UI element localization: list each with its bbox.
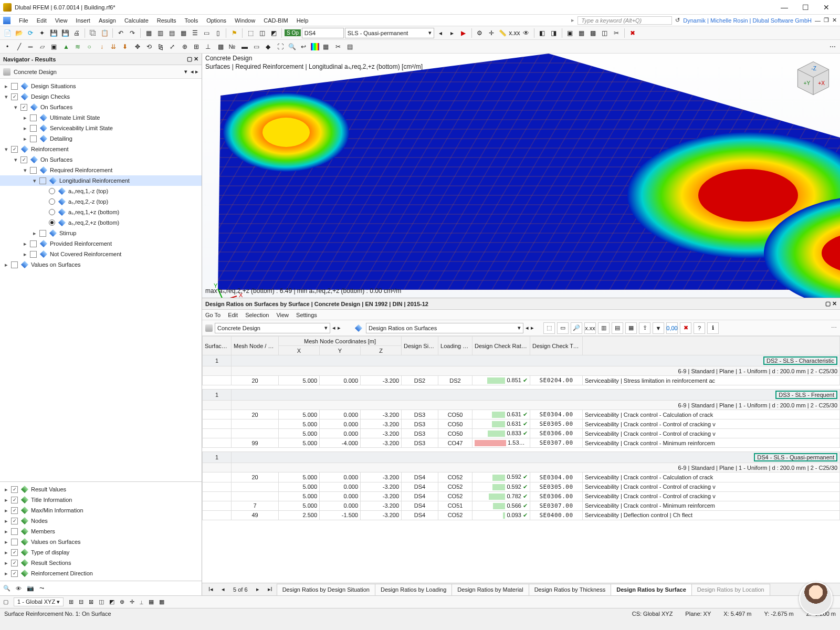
solid-icon[interactable]: ▣ xyxy=(48,41,59,52)
tree-item[interactable]: ▾On Surfaces xyxy=(0,102,202,112)
table-row[interactable]: 5.0000.000-3.200DS3CO50 0.631 ✔SE0305.00… xyxy=(203,419,840,429)
table3-icon[interactable]: ▤ xyxy=(166,28,177,38)
zoom-prev-icon[interactable]: ↩ xyxy=(298,41,309,52)
wp4-icon[interactable]: ◫ xyxy=(99,598,104,605)
nav-option[interactable]: ▸Max/Min Information xyxy=(0,505,202,516)
panel-pin-icon[interactable]: ▢ ✕ xyxy=(825,300,837,307)
nav-option[interactable]: ▸Result Values xyxy=(0,484,202,495)
page-next-icon[interactable]: ▸ xyxy=(252,586,264,593)
menu-calculate[interactable]: Calculate xyxy=(120,16,153,25)
pin-icon[interactable]: ▢ ✕ xyxy=(187,56,198,62)
unit-icon[interactable]: 0,00 xyxy=(666,322,678,334)
iso-icon[interactable]: ◧ xyxy=(537,28,548,38)
menu-file[interactable]: File xyxy=(15,16,33,25)
tree-item[interactable]: ▾On Surfaces xyxy=(0,154,202,165)
navigator-tree[interactable]: ▸Design Situations▾Design Checks▾On Surf… xyxy=(0,79,202,481)
find-icon[interactable]: 🔍 xyxy=(3,585,10,592)
clip2-icon[interactable]: ▤ xyxy=(344,41,355,52)
wp9-icon[interactable]: ▦ xyxy=(149,598,154,605)
ruler-icon[interactable]: 📏 xyxy=(498,28,508,38)
account-link[interactable]: Dynamik | Michelle Rosin | Dlubal Softwa… xyxy=(683,17,812,24)
info-icon[interactable]: ℹ xyxy=(707,322,719,334)
panel-menu-settings[interactable]: Settings xyxy=(296,312,317,318)
clear-icon[interactable]: ✖ xyxy=(680,322,691,334)
page-last-icon[interactable]: ▸I xyxy=(264,586,277,593)
dim-icon[interactable]: x.xx xyxy=(509,28,520,38)
wp5-icon[interactable]: ◩ xyxy=(109,598,114,605)
res3-icon[interactable]: ◆ xyxy=(262,41,273,52)
axis-icon[interactable]: ✛ xyxy=(486,28,497,38)
redo-icon[interactable]: ↷ xyxy=(127,28,138,38)
member-icon[interactable]: ═ xyxy=(25,41,36,52)
prev-ds-icon[interactable]: ◂ xyxy=(435,28,446,38)
col-surface-no[interactable]: Surface No. xyxy=(203,337,232,355)
panel-prev2-icon[interactable]: ◂ xyxy=(526,324,529,331)
scale-icon[interactable]: ⤢ xyxy=(167,41,177,52)
rotate-icon[interactable]: ⟲ xyxy=(144,41,154,52)
menu-view[interactable]: View xyxy=(51,16,72,25)
tree-item[interactable]: ▸Detailing xyxy=(0,133,202,144)
nav-option[interactable]: ▸Type of display xyxy=(0,547,202,558)
close-button[interactable]: ✕ xyxy=(816,1,837,14)
print-icon[interactable]: 🖨 xyxy=(71,28,82,38)
move-icon[interactable]: ✥ xyxy=(132,41,143,52)
table-icon[interactable]: ▦ xyxy=(143,28,154,38)
select-obj2-icon[interactable]: ▭ xyxy=(557,322,569,334)
col-mesh-node[interactable]: Mesh Node / Element No. xyxy=(232,337,279,355)
tree-item[interactable]: aₛ,req,1,-z (top) xyxy=(0,186,202,196)
delete-icon[interactable]: ✖ xyxy=(627,28,638,38)
tree-item[interactable]: ▾Required Reinforcement xyxy=(0,165,202,175)
saveall-icon[interactable]: 💾 xyxy=(60,28,70,38)
col-coords-group[interactable]: Mesh Node Coordinates [m] xyxy=(279,337,402,346)
result-tab[interactable]: Design Ratios by Loading xyxy=(375,584,452,595)
wp3-icon[interactable]: ⊠ xyxy=(89,598,93,605)
ds-long-combo[interactable]: SLS - Quasi-permanent▾ xyxy=(345,28,434,38)
panel-menu-view[interactable]: View xyxy=(276,312,289,318)
surf-icon[interactable]: ▱ xyxy=(37,41,47,52)
result-tab[interactable]: Design Ratios by Design Situation xyxy=(277,584,375,595)
nav-option[interactable]: ▸Title Information xyxy=(0,495,202,505)
cs-icon[interactable]: ▢ xyxy=(3,598,8,605)
col-y[interactable]: Y xyxy=(320,346,361,355)
select2-icon[interactable]: ◫ xyxy=(257,28,267,38)
result-tab[interactable]: Design Ratios by Surface xyxy=(611,584,692,595)
paste-icon[interactable]: 📋 xyxy=(99,28,110,38)
tree-item[interactable]: ▸Ultimate Limit State xyxy=(0,112,202,123)
menu-options[interactable]: Options xyxy=(202,16,230,25)
open-icon[interactable]: 📂 xyxy=(14,28,24,38)
table-row[interactable]: 492.500-1.500-3.200DS4CO52 0.093 ✔SE0400… xyxy=(203,510,840,520)
panel-menu-goto[interactable]: Go To xyxy=(205,312,220,318)
history-icon[interactable]: ↺ xyxy=(675,17,680,24)
panel-prev-icon[interactable]: ◂ xyxy=(332,324,335,331)
hinge-icon[interactable]: ○ xyxy=(84,41,94,52)
line-icon[interactable]: ╱ xyxy=(14,41,24,52)
list-icon[interactable]: ☰ xyxy=(190,28,200,38)
path-icon[interactable]: ⤳ xyxy=(39,585,44,592)
tree-item[interactable]: ▾Longitudinal Reinforcement xyxy=(0,175,202,186)
next-ds-icon[interactable]: ▸ xyxy=(447,28,457,38)
col-load[interactable]: Loading No. xyxy=(438,337,472,355)
table-row[interactable]: 5.0000.000-3.200DS4CO52 0.782 ✔SE0306.00… xyxy=(203,491,840,501)
wizard-icon[interactable]: ✦ xyxy=(37,28,47,38)
col-desc[interactable] xyxy=(583,337,840,355)
page-prev-icon[interactable]: ◂ xyxy=(217,586,229,593)
number-icon[interactable]: № xyxy=(227,41,237,52)
mdi-restore-icon[interactable]: ❐ xyxy=(824,17,829,24)
props-icon[interactable]: ▭ xyxy=(201,28,212,38)
nav-option[interactable]: ▸Result Sections xyxy=(0,558,202,568)
select3-icon[interactable]: ◩ xyxy=(268,28,279,38)
load3-icon[interactable]: ⬇ xyxy=(120,41,130,52)
clip-icon[interactable]: ✂ xyxy=(611,28,622,38)
color2-icon[interactable]: ▦ xyxy=(320,41,331,52)
wp10-icon[interactable]: ▩ xyxy=(159,598,164,605)
mdi-minimize-icon[interactable]: — xyxy=(815,17,821,24)
zoom-win-icon[interactable]: 🔍 xyxy=(287,41,297,52)
camera-icon[interactable]: 📷 xyxy=(27,585,34,592)
panel-next2-icon[interactable]: ▸ xyxy=(531,324,534,331)
node-icon[interactable]: • xyxy=(2,41,13,52)
menu-assign[interactable]: Assign xyxy=(94,16,120,25)
num-format-icon[interactable]: x.xx xyxy=(584,322,596,334)
eye2-icon[interactable]: 👁 xyxy=(16,585,22,592)
nav-option[interactable]: ▸Members xyxy=(0,526,202,537)
undo-icon[interactable]: ↶ xyxy=(116,28,126,38)
